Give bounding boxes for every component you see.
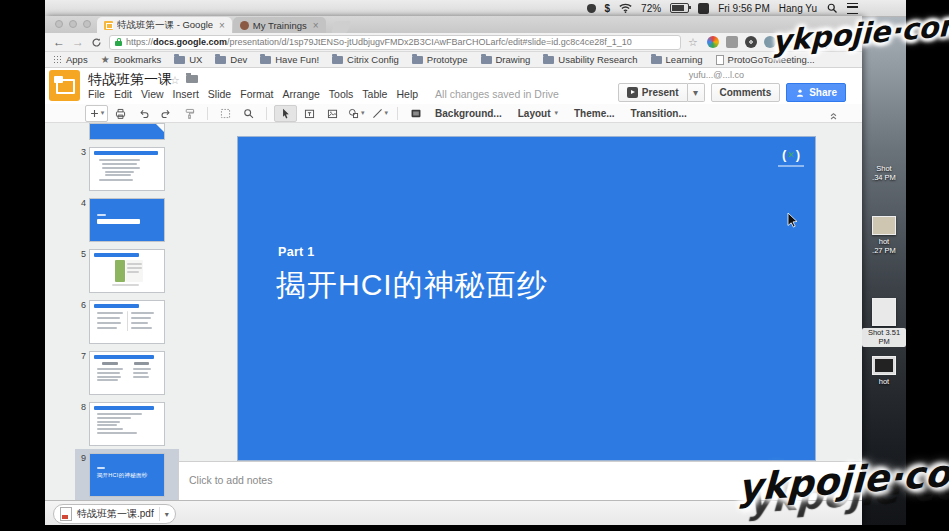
slide-background-icon[interactable] — [405, 106, 426, 121]
menu-file[interactable]: File — [88, 88, 105, 100]
forward-button[interactable]: → — [72, 36, 84, 48]
desktop-icon[interactable]: Shot 3.51 PM — [862, 298, 906, 347]
menu-insert[interactable]: Insert — [173, 88, 199, 100]
filmstrip-slide[interactable] — [75, 123, 179, 140]
menu-slide[interactable]: Slide — [208, 88, 231, 100]
window-controls[interactable] — [55, 20, 91, 28]
bookmark-item[interactable]: Have Fun! — [260, 54, 319, 65]
menu-view[interactable]: View — [141, 88, 164, 100]
menu-edit[interactable]: Edit — [114, 88, 132, 100]
menu-tools[interactable]: Tools — [329, 88, 354, 100]
line-caret-icon[interactable]: ▾ — [385, 109, 389, 117]
fit-zoom-button[interactable] — [215, 106, 236, 121]
bookmark-item[interactable]: ★Bookmarks — [101, 54, 161, 65]
insert-image-button[interactable] — [322, 106, 343, 121]
filmstrip-slide-9[interactable]: 9揭开HCI的神秘面纱 — [75, 453, 179, 497]
menubar-clock[interactable]: Fri 9:56 PM — [718, 3, 770, 14]
reload-button[interactable] — [91, 37, 102, 48]
account-email[interactable]: yufu...@...l.co — [689, 70, 744, 80]
address-bar[interactable]: https://docs.google.com/presentation/d/1… — [109, 35, 681, 50]
download-item[interactable]: 特战班第一课.pdf ▾ — [53, 504, 176, 524]
spotlight-search-icon[interactable] — [826, 2, 838, 14]
slide-thumbnail[interactable] — [89, 300, 165, 344]
background-button[interactable]: Background... — [428, 108, 509, 119]
filmstrip-slide-7[interactable]: 7 — [75, 351, 179, 395]
slide-thumbnail[interactable] — [89, 147, 165, 191]
desktop-icon[interactable]: Shot .34 PM — [862, 164, 906, 183]
slide-thumbnail[interactable] — [89, 123, 165, 140]
google-slides-logo[interactable] — [49, 70, 80, 101]
dollar-menu-icon[interactable]: $ — [605, 3, 611, 14]
filmstrip-slide-6[interactable]: 6 — [75, 300, 179, 344]
wifi-icon[interactable] — [619, 3, 632, 13]
theme-button[interactable]: Theme... — [567, 108, 622, 119]
extension-icon-3[interactable] — [745, 36, 757, 48]
menu-arrange[interactable]: Arrange — [282, 88, 319, 100]
close-window-icon[interactable] — [55, 20, 63, 28]
bookmark-item[interactable]: Apps — [53, 54, 88, 65]
bookmark-item[interactable]: Prototype — [412, 54, 468, 65]
undo-button[interactable] — [133, 106, 154, 121]
print-button[interactable] — [110, 106, 131, 121]
star-document-icon[interactable]: ☆ — [170, 74, 180, 87]
layout-button[interactable]: Layout▾ — [511, 108, 565, 119]
slide-title-text[interactable]: 揭开HCI的神秘面纱 — [276, 265, 548, 306]
filmstrip-slide-4[interactable]: 4 — [75, 198, 179, 242]
insert-line-button[interactable]: ▾ — [369, 106, 391, 121]
new-slide-button[interactable]: ▾ — [85, 105, 108, 122]
menubar-user[interactable]: Hang Yu — [779, 3, 817, 14]
present-button[interactable]: Present — [618, 83, 688, 102]
extension-icon-2[interactable] — [726, 36, 738, 48]
desktop-icon[interactable]: hot .27 PM — [862, 216, 906, 256]
https-padlock-icon[interactable] — [115, 38, 122, 46]
paw-app-icon[interactable] — [587, 4, 596, 13]
minimize-window-icon[interactable] — [69, 20, 77, 28]
slide-canvas[interactable]: (✕) Part 1 揭开HCI的神秘面纱 — [237, 136, 816, 461]
desktop-icon[interactable]: hot — [862, 356, 906, 386]
filmstrip-slide-8[interactable]: 8 — [75, 402, 179, 446]
zoom-window-icon[interactable] — [83, 20, 91, 28]
present-dropdown[interactable]: ▾ — [688, 83, 705, 102]
document-title[interactable]: 特战班第一课 — [88, 71, 172, 89]
share-button[interactable]: Share — [786, 83, 846, 102]
slide-kicker-text[interactable]: Part 1 — [278, 245, 315, 259]
select-tool-button[interactable] — [274, 105, 297, 122]
slide-thumbnail[interactable]: 揭开HCI的神秘面纱 — [89, 453, 165, 497]
back-button[interactable]: ← — [53, 36, 65, 48]
tab-close-icon[interactable]: × — [219, 20, 225, 31]
shape-caret-icon[interactable]: ▾ — [361, 109, 365, 117]
text-box-button[interactable] — [299, 106, 320, 121]
bookmark-star-icon[interactable]: ☆ — [688, 36, 698, 49]
transition-button[interactable]: Transition... — [624, 108, 694, 119]
slide-thumbnail[interactable] — [89, 402, 165, 446]
notification-center-icon[interactable] — [847, 3, 858, 14]
extension-icon-1[interactable] — [707, 36, 719, 48]
insert-shape-button[interactable]: ▾ — [345, 106, 367, 121]
paint-format-button[interactable] — [179, 106, 200, 121]
slide-thumbnail[interactable] — [89, 351, 165, 395]
move-to-folder-icon[interactable] — [186, 75, 198, 83]
menubar-app-icon[interactable] — [698, 3, 709, 14]
slide-thumbnail[interactable] — [89, 249, 165, 293]
new-slide-caret-icon[interactable]: ▾ — [101, 109, 105, 117]
filmstrip-slide-3[interactable]: 3 — [75, 147, 179, 191]
notes-placeholder[interactable]: Click to add notes — [189, 474, 272, 486]
slide-thumbnail[interactable] — [89, 198, 165, 242]
menu-help[interactable]: Help — [396, 88, 418, 100]
menu-format[interactable]: Format — [240, 88, 273, 100]
browser-tab[interactable]: 特战班第一课 - Google Slid× — [97, 17, 232, 33]
bookmark-item[interactable]: UX — [174, 54, 202, 65]
menu-table[interactable]: Table — [362, 88, 387, 100]
browser-tab[interactable]: My Trainings× — [233, 17, 326, 33]
bookmark-item[interactable]: Dev — [215, 54, 247, 65]
comments-button[interactable]: Comments — [711, 83, 781, 102]
download-caret-icon[interactable]: ▾ — [165, 510, 169, 519]
new-tab-button[interactable] — [331, 21, 351, 33]
download-filename[interactable]: 特战班第一课.pdf — [77, 507, 154, 521]
zoom-button[interactable] — [238, 106, 259, 121]
bookmark-item[interactable]: Learning — [651, 54, 703, 65]
bookmark-item[interactable]: Drawing — [481, 54, 531, 65]
filmstrip-slide-5[interactable]: 5 — [75, 249, 179, 293]
bookmark-item[interactable]: Citrix Config — [332, 54, 399, 65]
redo-button[interactable] — [156, 106, 177, 121]
